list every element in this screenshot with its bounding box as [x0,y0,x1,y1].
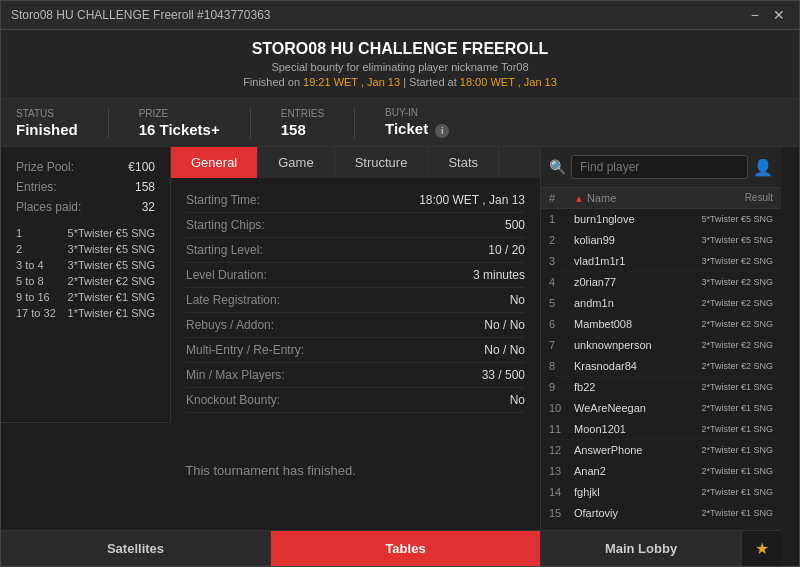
pool-value: €100 [128,160,155,174]
place-rank: 3 to 4 [16,259,44,271]
place-prize: 3*Twister €5 SNG [68,243,155,255]
info-row: Starting Chips:500 [186,213,525,238]
place-prize: 1*Twister €1 SNG [68,307,155,319]
info-label: Rebuys / Addon: [186,318,274,332]
sort-arrow: ▲ [574,193,584,204]
entries-value: 158 [135,180,155,194]
prize-value: 16 Tickets+ [139,121,220,138]
info-value: No [510,393,525,407]
entries-label: Entries [281,108,324,119]
player-rank: 2 [549,234,574,246]
stats-bar: Status Finished Prize 16 Tickets+ Entrie… [1,99,799,147]
player-row[interactable]: 13Anan22*Twister €1 SNG [541,461,781,482]
info-label: Multi-Entry / Re-Entry: [186,343,304,357]
right-panel: 🔍 👤 # ▲ Name Result 1burn1nglove5*Twiste… [541,147,781,566]
tournament-time: Finished on 19:21 WET , Jan 13 | Started… [11,76,789,88]
status-label: Status [16,108,78,119]
player-result: 3*Twister €5 SNG [701,235,773,245]
minimize-button[interactable]: − [747,7,763,23]
person-icon[interactable]: 👤 [753,158,773,177]
entries-label: Entries: [16,180,57,194]
prize-place-row: 15*Twister €5 SNG [16,225,155,241]
finished-message: This tournament has finished. [1,423,540,518]
tab-stats[interactable]: Stats [428,147,499,178]
player-row[interactable]: 15Ofartoviy2*Twister €1 SNG [541,503,781,524]
player-row[interactable]: 5andm1n2*Twister €2 SNG [541,293,781,314]
info-icon[interactable]: i [435,124,449,138]
player-rank: 6 [549,318,574,330]
player-result: 2*Twister €1 SNG [701,424,773,434]
satellites-button[interactable]: Satellites [1,531,271,566]
player-result: 5*Twister €5 SNG [701,214,773,224]
player-rank: 12 [549,444,574,456]
search-input[interactable] [571,155,748,179]
player-row[interactable]: 10WeAreNeegan2*Twister €1 SNG [541,398,781,419]
tab-general[interactable]: General [171,147,258,178]
info-row: Level Duration:3 minutes [186,263,525,288]
tournament-header: STORO08 HU CHALLENGE FREEROLL Special bo… [1,30,799,99]
stat-divider-3 [354,108,355,138]
prize-place-row: 23*Twister €5 SNG [16,241,155,257]
player-result: 2*Twister €2 SNG [701,340,773,350]
info-value: No / No [484,318,525,332]
player-name: andm1n [574,297,701,309]
player-result: 2*Twister €2 SNG [701,319,773,329]
tab-structure[interactable]: Structure [335,147,429,178]
player-row[interactable]: 8Krasnodar842*Twister €2 SNG [541,356,781,377]
player-name: Moon1201 [574,423,701,435]
player-row[interactable]: 2kolian993*Twister €5 SNG [541,230,781,251]
player-row[interactable]: 6Mambet0082*Twister €2 SNG [541,314,781,335]
prize-place-row: 17 to 321*Twister €1 SNG [16,305,155,321]
status-stat: Status Finished [16,108,78,138]
col-name: ▲ Name [574,192,745,204]
player-row[interactable]: 9fb222*Twister €1 SNG [541,377,781,398]
player-result: 2*Twister €1 SNG [701,487,773,497]
player-rank: 14 [549,486,574,498]
player-result: 2*Twister €2 SNG [701,361,773,371]
player-result: 2*Twister €2 SNG [701,298,773,308]
player-row[interactable]: 1burn1nglove5*Twister €5 SNG [541,209,781,230]
player-rank: 8 [549,360,574,372]
bottom-buttons: Satellites Tables [1,530,540,566]
player-name: Anan2 [574,465,701,477]
main-window: Storo08 HU CHALLENGE Freeroll #104377036… [0,0,800,567]
info-label: Starting Level: [186,243,263,257]
player-row[interactable]: 3vlad1m1r13*Twister €2 SNG [541,251,781,272]
prize-label: Prize [139,108,220,119]
info-row: Starting Time:18:00 WET , Jan 13 [186,188,525,213]
player-name: kolian99 [574,234,701,246]
player-rank: 5 [549,297,574,309]
pool-label: Prize Pool: [16,160,74,174]
finished-prefix: Finished on [243,76,300,88]
player-name: burn1nglove [574,213,701,225]
player-row[interactable]: 12AnswerPhone2*Twister €1 SNG [541,440,781,461]
player-rank: 4 [549,276,574,288]
player-row[interactable]: 11Moon12012*Twister €1 SNG [541,419,781,440]
spacer [1,518,540,530]
place-prize: 2*Twister €2 SNG [68,275,155,287]
info-row: Knockout Bounty:No [186,388,525,413]
tables-button[interactable]: Tables [271,531,540,566]
place-prize: 2*Twister €1 SNG [68,291,155,303]
entries-row: Entries: 158 [16,177,155,197]
player-name: Krasnodar84 [574,360,701,372]
main-lobby-button[interactable]: Main Lobby [541,531,741,566]
player-row[interactable]: 7unknownperson2*Twister €2 SNG [541,335,781,356]
buyin-value: Ticket i [385,120,449,138]
star-button[interactable]: ★ [741,531,781,566]
player-result: 2*Twister €1 SNG [701,382,773,392]
tab-bar: GeneralGameStructureStats [171,147,540,178]
player-name: Ofartoviy [574,507,701,519]
entries-stat: Entries 158 [281,108,324,138]
tab-game[interactable]: Game [258,147,334,178]
left-panel: Prize Pool: €100 Entries: 158 Places pai… [1,147,541,566]
info-value: 18:00 WET , Jan 13 [419,193,525,207]
player-row[interactable]: 4z0rian773*Twister €2 SNG [541,272,781,293]
window-title: Storo08 HU CHALLENGE Freeroll #104377036… [11,8,270,22]
place-rank: 2 [16,243,22,255]
player-rank: 7 [549,339,574,351]
info-row: Late Registration:No [186,288,525,313]
player-row[interactable]: 14fghjkl2*Twister €1 SNG [541,482,781,503]
close-button[interactable]: ✕ [769,7,789,23]
prize-place-row: 3 to 43*Twister €5 SNG [16,257,155,273]
